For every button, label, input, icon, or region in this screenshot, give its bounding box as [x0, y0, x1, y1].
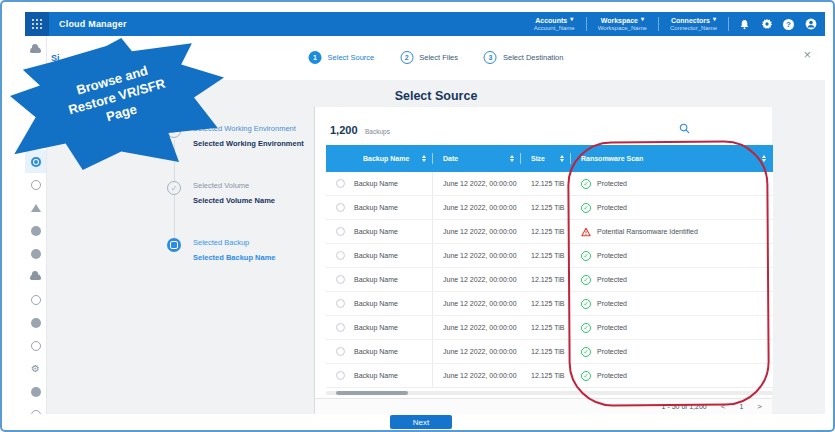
table-row[interactable]: Backup Name June 12 2022, 00:00:00 12.12…: [326, 316, 773, 340]
help-button[interactable]: ?: [782, 18, 795, 31]
row-radio-button[interactable]: [336, 371, 345, 380]
table-row[interactable]: Backup Name June 12 2022, 00:00:00 12.12…: [326, 340, 773, 364]
step-select-source[interactable]: 1 Select Source: [309, 51, 375, 64]
app-grid-button[interactable]: [25, 12, 49, 36]
table-row[interactable]: Backup Name June 12 2022, 00:00:00 12.12…: [326, 172, 773, 196]
cell-backup-name: Backup Name: [354, 268, 433, 291]
cell-date: June 12 2022, 00:00:00: [433, 180, 521, 187]
summary-backup: Selected Backup Selected Backup Name: [167, 238, 317, 262]
protected-check-icon: ✓: [581, 275, 591, 285]
table-row[interactable]: Backup Name June 12 2022, 00:00:00 12.12…: [326, 220, 773, 244]
service-icon: [31, 295, 41, 305]
row-select-cell: [326, 268, 354, 291]
protected-check-icon: ✓: [581, 251, 591, 261]
table-row[interactable]: Backup Name June 12 2022, 00:00:00 12.12…: [326, 292, 773, 316]
user-button[interactable]: [804, 18, 817, 31]
column-header-size[interactable]: Size: [521, 145, 571, 172]
connectors-menu[interactable]: Connectors▾ Connector_Name: [668, 17, 719, 32]
table-row[interactable]: Backup Name June 12 2022, 00:00:00 12.12…: [326, 196, 773, 220]
row-radio-button[interactable]: [336, 299, 345, 308]
current-step-icon: [167, 238, 181, 252]
sidebar-item-7[interactable]: [25, 288, 46, 311]
row-radio-button[interactable]: [336, 347, 345, 356]
sidebar-item-3[interactable]: [25, 196, 46, 219]
sidebar-item-5[interactable]: [25, 242, 46, 265]
accounts-menu[interactable]: Accounts▾ Account_Name: [532, 17, 577, 32]
step-number: 3: [484, 51, 497, 64]
sidebar-item-8[interactable]: [25, 311, 46, 334]
row-radio-button[interactable]: [336, 203, 345, 212]
workspace-menu[interactable]: Workspace▾ Workspace_Name: [596, 17, 649, 32]
row-select-cell: [326, 172, 354, 195]
scrollbar-thumb[interactable]: [336, 391, 408, 395]
notifications-button[interactable]: [738, 18, 751, 31]
row-radio-button[interactable]: [336, 227, 345, 236]
scan-status-text: Protected: [597, 324, 627, 331]
cell-ransomware-scan: ✓ Protected: [571, 347, 773, 357]
sidebar-item-11[interactable]: [25, 380, 46, 403]
row-radio-button[interactable]: [336, 179, 345, 188]
service-icon: [31, 226, 41, 236]
warning-triangle-icon: [581, 227, 591, 237]
protected-check-icon: ✓: [581, 323, 591, 333]
settings-button[interactable]: [760, 18, 773, 31]
topbar: Cloud Manager Accounts▾ Account_Name Wor…: [25, 12, 825, 36]
row-radio-button[interactable]: [336, 251, 345, 260]
search-button[interactable]: [679, 120, 690, 138]
table-row[interactable]: Backup Name June 12 2022, 00:00:00 12.12…: [326, 244, 773, 268]
column-header-ransomware-scan[interactable]: Ransomware Scan: [571, 145, 773, 172]
protected-check-icon: ✓: [581, 299, 591, 309]
summary-value: Selected Backup Name: [193, 253, 317, 262]
cell-size: 12.125 TiB: [521, 348, 571, 355]
check-circle-icon: ✓: [167, 181, 181, 195]
next-button[interactable]: Next: [390, 415, 452, 429]
cell-date: June 12 2022, 00:00:00: [433, 276, 521, 283]
cell-backup-name: Backup Name: [354, 196, 433, 219]
row-radio-button[interactable]: [336, 323, 345, 332]
step-select-destination[interactable]: 3 Select Destination: [484, 51, 563, 64]
sort-icon[interactable]: [510, 155, 514, 162]
service-icon: [31, 387, 41, 397]
pagination: 1 - 50 of 1,200 < 1 >: [315, 398, 772, 414]
prev-page-button[interactable]: <: [721, 402, 726, 411]
protected-check-icon: ✓: [581, 179, 591, 189]
sidebar-item-canvas[interactable]: [25, 38, 46, 61]
screenshot-frame: Cloud Manager Accounts▾ Account_Name Wor…: [0, 0, 835, 432]
sidebar-item-2[interactable]: [25, 173, 46, 196]
wizard-footer: Next: [25, 414, 825, 430]
step-number: 1: [309, 51, 322, 64]
horizontal-scrollbar: [326, 388, 773, 398]
cell-size: 12.125 TiB: [521, 204, 571, 211]
cell-ransomware-scan: ✓ Protected: [571, 299, 773, 309]
cell-size: 12.125 TiB: [521, 372, 571, 379]
current-page[interactable]: 1: [739, 403, 743, 410]
sidebar-item-9[interactable]: [25, 334, 46, 357]
table-row[interactable]: Backup Name June 12 2022, 00:00:00 12.12…: [326, 364, 773, 388]
next-page-button[interactable]: >: [757, 402, 762, 411]
cell-ransomware-scan: ✓ Protected: [571, 371, 773, 381]
table-row[interactable]: Backup Name June 12 2022, 00:00:00 12.12…: [326, 268, 773, 292]
row-radio-button[interactable]: [336, 275, 345, 284]
sort-icon[interactable]: [560, 155, 564, 162]
cell-ransomware-scan: ✓ Protected: [571, 275, 773, 285]
workspace-menu-value: Workspace_Name: [598, 25, 647, 32]
sidebar-item-6[interactable]: [25, 265, 46, 288]
scan-status-text: Protected: [597, 252, 627, 259]
sort-icon[interactable]: [762, 155, 766, 162]
sidebar-item-backup-restore[interactable]: [25, 150, 46, 173]
close-icon[interactable]: ×: [803, 48, 811, 61]
column-header-date[interactable]: Date: [433, 145, 521, 172]
cell-backup-name: Backup Name: [354, 292, 433, 315]
column-label: Backup Name: [363, 155, 409, 162]
table-header: Backup Name Date Size Ransomware Scan: [326, 145, 773, 172]
sort-icon[interactable]: [422, 155, 426, 162]
cell-date: June 12 2022, 00:00:00: [433, 252, 521, 259]
sidebar-item-10[interactable]: ⚙: [25, 357, 46, 380]
link-icon: [31, 341, 41, 351]
cell-date: June 12 2022, 00:00:00: [433, 372, 521, 379]
step-select-files[interactable]: 2 Select Files: [400, 51, 458, 64]
column-header-backup-name[interactable]: Backup Name: [326, 145, 433, 172]
sidebar-item-4[interactable]: [25, 219, 46, 242]
scan-status-text: Protected: [597, 300, 627, 307]
cell-ransomware-scan: ✓ Protected: [571, 323, 773, 333]
